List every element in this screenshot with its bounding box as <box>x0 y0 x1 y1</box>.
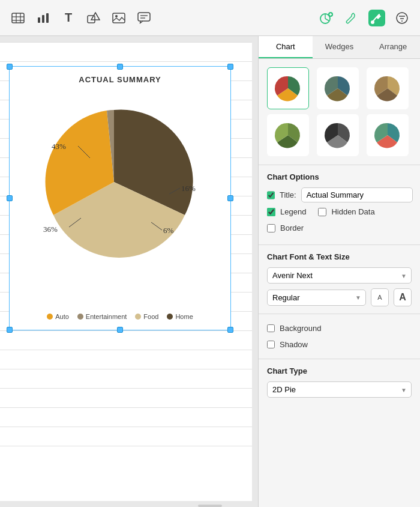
wrench-icon[interactable] <box>343 10 360 26</box>
legend-food: Food <box>135 313 158 320</box>
shadow-checkbox[interactable] <box>267 341 275 348</box>
svg-text:36%: 36% <box>43 225 58 234</box>
font-style-wrap: Regular ▼ <box>267 290 366 306</box>
svg-rect-0 <box>12 13 24 23</box>
bar-chart-icon[interactable] <box>35 10 52 26</box>
chart-legend: Auto Entertainment Food Home <box>10 313 230 320</box>
right-panel: Chart Wedges Arrange <box>258 36 420 507</box>
toolbar-left: T <box>10 10 152 26</box>
chart-type-select[interactable]: 2D Pie <box>267 381 412 398</box>
text-icon[interactable]: T <box>60 10 77 26</box>
pie-chart-svg: 43% 36% 16% 6% <box>18 89 222 275</box>
chart-style-5[interactable] <box>317 114 359 156</box>
shapes-icon[interactable] <box>85 10 102 26</box>
chart-style-4[interactable] <box>267 114 309 156</box>
chart-type-row: 2D Pie ▼ <box>267 381 412 398</box>
filter-icon[interactable] <box>394 10 410 26</box>
legend-auto: Auto <box>47 313 69 320</box>
brush-icon[interactable] <box>368 10 385 26</box>
chart-style-1[interactable] <box>267 67 309 109</box>
legend-label-entertainment: Entertainment <box>86 313 127 320</box>
chart-style-2[interactable] <box>317 67 359 109</box>
svg-rect-5 <box>38 17 40 23</box>
hidden-data-label: Hidden Data <box>331 207 374 216</box>
border-checkbox[interactable] <box>267 224 275 232</box>
svg-rect-6 <box>42 15 44 23</box>
chart-options-section: Chart Options Title: Legend Hidden Data … <box>259 165 420 245</box>
legend-checkbox[interactable] <box>267 208 275 216</box>
tab-wedges[interactable]: Wedges <box>313 36 367 58</box>
svg-marker-9 <box>91 13 100 20</box>
svg-text:43%: 43% <box>52 142 66 151</box>
legend-dot-entertainment <box>77 314 83 320</box>
legend-dot-home <box>167 314 173 320</box>
svg-rect-12 <box>138 13 150 21</box>
svg-text:6%: 6% <box>163 226 174 235</box>
svg-point-19 <box>371 20 374 24</box>
svg-point-20 <box>397 13 407 23</box>
hidden-data-checkbox[interactable] <box>318 208 326 216</box>
pie-chart-svg-container: 43% 36% 16% 6% <box>10 89 230 275</box>
panel-tabs: Chart Wedges Arrange <box>259 36 420 59</box>
font-section: Chart Font & Text Size Avenir Next ▼ Reg… <box>259 245 420 314</box>
decrease-font-button[interactable]: A <box>371 288 389 306</box>
chart-type-section: Chart Type 2D Pie ▼ <box>259 359 420 410</box>
svg-point-11 <box>115 15 118 17</box>
legend-label-food: Food <box>143 313 158 320</box>
chart-title: ACTUAL SUMMARY <box>10 75 230 84</box>
chart-style-6[interactable] <box>367 114 409 156</box>
bottom-resize-bar <box>198 505 222 507</box>
resize-handle-bc[interactable] <box>117 327 123 333</box>
font-section-title: Chart Font & Text Size <box>267 252 412 261</box>
border-label: Border <box>280 223 304 232</box>
main-area: ACTUAL SUMMARY <box>0 36 420 507</box>
title-label: Title: <box>280 190 296 199</box>
font-size-row: Regular ▼ A A <box>267 288 412 306</box>
legend-label: Legend <box>280 207 306 216</box>
legend-home: Home <box>167 313 193 320</box>
resize-handle-br[interactable] <box>227 327 233 333</box>
title-option-row: Title: <box>267 187 412 202</box>
add-chart-icon[interactable] <box>318 10 335 26</box>
font-family-select[interactable]: Avenir Next <box>267 267 412 284</box>
media-icon[interactable] <box>110 10 127 26</box>
resize-handle-bl[interactable] <box>7 327 13 333</box>
toolbar-right <box>318 10 410 26</box>
chart-type-title: Chart Type <box>267 366 412 375</box>
chart-container[interactable]: ACTUAL SUMMARY <box>9 66 231 330</box>
font-style-select[interactable]: Regular <box>267 290 366 306</box>
title-checkbox[interactable] <box>267 191 275 199</box>
svg-rect-10 <box>113 13 125 23</box>
legend-dot-food <box>135 314 141 320</box>
resize-handle-tl[interactable] <box>7 64 13 70</box>
background-checkbox[interactable] <box>267 324 275 332</box>
shadow-label: Shadow <box>280 340 308 349</box>
legend-option-row: Legend <box>267 207 306 216</box>
chart-style-3[interactable] <box>367 67 409 109</box>
chart-style-grid <box>259 59 420 165</box>
svg-rect-7 <box>46 13 49 23</box>
comment-icon[interactable] <box>136 10 152 26</box>
resize-handle-tr[interactable] <box>227 64 233 70</box>
tab-chart[interactable]: Chart <box>259 36 313 58</box>
background-section: Background Shadow <box>259 314 420 359</box>
background-label: Background <box>280 324 321 333</box>
increase-font-button[interactable]: A <box>394 288 412 306</box>
resize-handle-tc[interactable] <box>117 64 123 70</box>
legend-dot-auto <box>47 314 53 320</box>
background-row: Background <box>267 320 412 336</box>
legend-entertainment: Entertainment <box>77 313 127 320</box>
legend-label-home: Home <box>175 313 193 320</box>
canvas-area: ACTUAL SUMMARY <box>0 36 258 507</box>
border-option-row: Border <box>267 223 412 232</box>
font-family-row: Avenir Next ▼ <box>267 267 412 284</box>
hidden-data-option-row: Hidden Data <box>318 207 374 216</box>
svg-text:16%: 16% <box>181 184 196 193</box>
chart-options-title: Chart Options <box>267 172 412 181</box>
table-icon[interactable] <box>10 10 26 26</box>
tab-arrange[interactable]: Arrange <box>366 36 420 58</box>
shadow-row: Shadow <box>267 336 412 353</box>
title-text-input[interactable] <box>301 187 413 202</box>
legend-label-auto: Auto <box>55 313 69 320</box>
toolbar: T <box>0 0 420 36</box>
